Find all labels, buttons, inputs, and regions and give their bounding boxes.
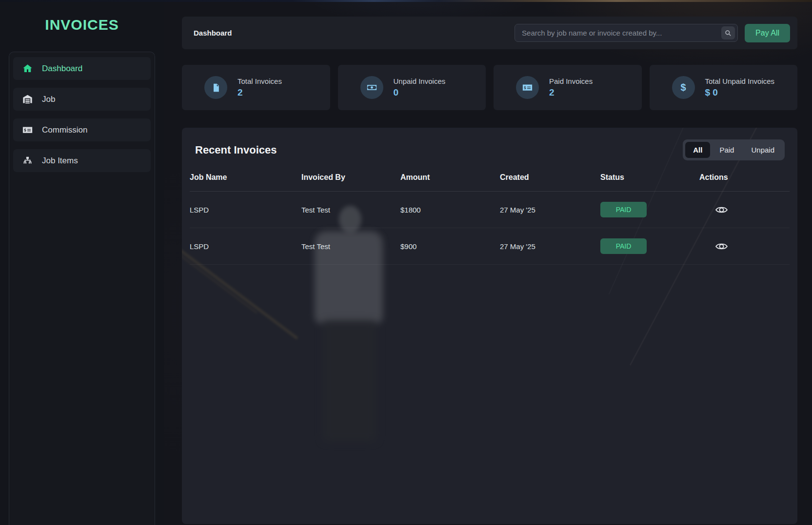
stat-value: 0 (394, 87, 446, 98)
col-header-job-name: Job Name (190, 173, 301, 182)
game-background-strip (0, 0, 812, 2)
cell-invoiced-by: Test Test (301, 242, 400, 251)
cell-job-name: LSPD (190, 206, 301, 214)
stat-label: Paid Invoices (549, 77, 593, 85)
file-icon (204, 76, 227, 99)
status-badge: PAID (600, 238, 647, 254)
stat-card-total-unpaid: $ Total Unpaid Invoices $ 0 (650, 65, 798, 110)
search-input[interactable] (522, 29, 721, 37)
status-badge: PAID (600, 202, 647, 217)
search-box (515, 24, 738, 42)
eye-icon (715, 242, 728, 251)
panel-title: Recent Invoices (195, 144, 277, 156)
status-filter: All Paid Unpaid (683, 139, 785, 160)
cell-amount: $900 (400, 242, 500, 251)
stat-card-total-invoices: Total Invoices 2 (182, 65, 330, 110)
pay-all-button[interactable]: Pay All (745, 24, 790, 42)
breadcrumb: Dashboard (194, 29, 515, 37)
cell-job-name: LSPD (190, 242, 301, 251)
stats-row: Total Invoices 2 Unpaid Invoices 0 P (182, 65, 797, 110)
warehouse-icon (22, 94, 33, 105)
sidebar-item-label: Job Items (42, 156, 78, 166)
cell-amount: $1800 (400, 206, 500, 214)
col-header-invoiced-by: Invoiced By (301, 173, 400, 182)
sidebar-item-job[interactable]: Job (13, 88, 151, 111)
sidebar-item-label: Commission (42, 125, 88, 135)
filter-unpaid[interactable]: Unpaid (743, 142, 782, 158)
sidebar-item-label: Dashboard (42, 64, 82, 74)
search-icon (725, 30, 732, 37)
sidebar-item-dashboard[interactable]: Dashboard (13, 57, 151, 80)
panel-header: Recent Invoices All Paid Unpaid (190, 128, 790, 160)
money-check-icon (22, 125, 33, 136)
filter-all[interactable]: All (685, 142, 710, 158)
app-title: INVOICES (0, 17, 164, 33)
dollar-icon: $ (672, 76, 695, 99)
col-header-created: Created (500, 173, 600, 182)
stat-label: Unpaid Invoices (394, 77, 446, 85)
invoices-table: Job Name Invoiced By Amount Created Stat… (190, 173, 790, 265)
table-header-row: Job Name Invoiced By Amount Created Stat… (190, 173, 790, 192)
sidebar-item-job-items[interactable]: Job Items (13, 149, 151, 172)
sidebar-item-label: Job (42, 95, 55, 104)
sidebar-item-commission[interactable]: Commission (13, 118, 151, 141)
view-invoice-button[interactable] (713, 203, 730, 216)
stat-card-unpaid-invoices: Unpaid Invoices 0 (338, 65, 486, 110)
cell-created: 27 May '25 (500, 206, 600, 214)
topbar: Dashboard Pay All (182, 17, 797, 49)
home-icon (22, 63, 33, 74)
col-header-status: Status (600, 173, 699, 182)
table-row: LSPD Test Test $900 27 May '25 PAID (190, 228, 790, 265)
eye-icon (715, 205, 728, 214)
stat-card-paid-invoices: Paid Invoices 2 (494, 65, 642, 110)
stat-value: 2 (549, 87, 593, 98)
col-header-amount: Amount (400, 173, 500, 182)
filter-paid[interactable]: Paid (712, 142, 742, 158)
sidebar: INVOICES Dashboard Job Commission (0, 2, 164, 525)
cell-created: 27 May '25 (500, 242, 600, 251)
sidebar-nav: Dashboard Job Commission Job Items (9, 52, 155, 525)
cell-invoiced-by: Test Test (301, 206, 400, 214)
sitemap-icon (22, 156, 33, 166)
stat-value: 2 (238, 87, 282, 98)
col-header-actions: Actions (699, 173, 790, 182)
money-check-icon (516, 76, 539, 99)
screen: INVOICES Dashboard Job Commission (0, 0, 812, 525)
stat-label: Total Unpaid Invoices (705, 77, 775, 85)
view-invoice-button[interactable] (713, 240, 730, 253)
recent-invoices-panel: Recent Invoices All Paid Unpaid Job Name… (182, 128, 797, 524)
table-row: LSPD Test Test $1800 27 May '25 PAID (190, 192, 790, 228)
main-content: Dashboard Pay All Total Invoices 2 (182, 17, 797, 524)
search-button[interactable] (721, 26, 735, 39)
stat-value: $ 0 (705, 87, 775, 98)
money-bill-icon (360, 76, 383, 99)
stat-label: Total Invoices (238, 77, 282, 85)
